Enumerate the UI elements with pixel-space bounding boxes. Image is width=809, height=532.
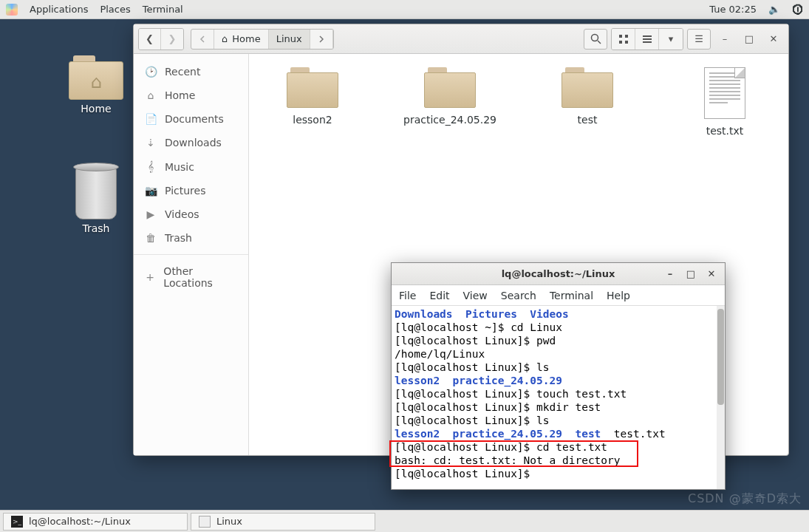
task-terminal[interactable]: >_ lq@localhost:~/Linux — [3, 513, 188, 531]
power-icon[interactable]: ⏼ — [792, 3, 803, 16]
svg-rect-3 — [625, 35, 628, 38]
sidebar-item-recent[interactable]: 🕑Recent — [134, 60, 248, 83]
sidebar-item-pictures[interactable]: 📷Pictures — [134, 179, 248, 202]
term-menu-view[interactable]: View — [463, 290, 488, 301]
terminal-titlebar[interactable]: lq@localhost:~/Linux – □ ✕ — [392, 263, 725, 285]
music-icon: 𝄞 — [144, 160, 157, 173]
menu-places[interactable]: Places — [100, 4, 130, 15]
folder-item[interactable]: lesson2 — [268, 67, 357, 126]
bottom-taskbar: >_ lq@localhost:~/Linux Linux — [0, 510, 809, 532]
term-menu-help[interactable]: Help — [607, 290, 630, 301]
top-panel: Applications Places Terminal Tue 02:25 🔈… — [0, 0, 809, 19]
terminal-minimize-button[interactable]: – — [660, 266, 680, 282]
clock-icon: 🕑 — [144, 66, 157, 78]
folder-item[interactable]: test — [543, 67, 632, 126]
path-next[interactable] — [310, 30, 333, 49]
terminal-output: Downloads Pictures Videos [lq@localhost … — [395, 307, 720, 480]
download-icon: ⇣ — [144, 137, 157, 149]
watermark: CSDN @蒙奇D索大 — [688, 491, 802, 507]
terminal-body[interactable]: Downloads Pictures Videos [lq@localhost … — [392, 306, 725, 489]
plus-icon: + — [144, 271, 156, 283]
videos-icon: ▶ — [144, 208, 157, 220]
maximize-button[interactable]: □ — [739, 29, 759, 50]
svg-rect-4 — [619, 41, 622, 44]
hamburger-button[interactable]: ☰ — [687, 29, 711, 50]
pictures-icon: 📷 — [144, 185, 157, 197]
term-menu-edit[interactable]: Edit — [429, 290, 449, 301]
sidebar-item-documents[interactable]: 📄Documents — [134, 107, 248, 131]
forward-button[interactable]: ❯ — [161, 29, 183, 50]
task-files[interactable]: Linux — [191, 513, 375, 531]
terminal-close-button[interactable]: ✕ — [701, 266, 722, 282]
svg-rect-5 — [625, 41, 628, 44]
svg-rect-6 — [643, 35, 652, 37]
path-current[interactable]: Linux — [269, 30, 310, 49]
back-button[interactable]: ❮ — [139, 29, 161, 50]
files-sidebar: 🕑Recent ⌂Home 📄Documents ⇣Downloads 𝄞Mus… — [134, 54, 249, 455]
desktop-home-icon[interactable]: ⌂ Home — [52, 55, 140, 115]
menu-applications[interactable]: Applications — [30, 4, 88, 15]
terminal-maximize-button[interactable]: □ — [680, 266, 701, 282]
files-header: ❮ ❯ ⌂Home Linux ▾ ☰ – □ ✕ — [134, 24, 788, 54]
desktop-trash-label: Trash — [52, 222, 140, 234]
terminal-title: lq@localhost:~/Linux — [502, 268, 615, 279]
svg-rect-8 — [643, 41, 652, 43]
icon-view-button[interactable] — [612, 29, 635, 50]
sidebar-item-videos[interactable]: ▶Videos — [134, 202, 248, 226]
terminal-icon: >_ — [11, 516, 23, 528]
term-menu-terminal[interactable]: Terminal — [550, 290, 593, 301]
term-menu-file[interactable]: File — [399, 290, 416, 301]
volume-icon[interactable]: 🔈 — [768, 4, 780, 15]
sidebar-item-music[interactable]: 𝄞Music — [134, 154, 248, 179]
term-menu-search[interactable]: Search — [501, 290, 536, 301]
sidebar-item-downloads[interactable]: ⇣Downloads — [134, 131, 248, 154]
path-prev[interactable] — [191, 30, 214, 49]
terminal-menubar: File Edit View Search Terminal Help — [392, 285, 725, 306]
search-button[interactable] — [584, 29, 607, 50]
home-icon: ⌂ — [144, 89, 157, 101]
menu-terminal[interactable]: Terminal — [143, 4, 183, 15]
sidebar-item-home[interactable]: ⌂Home — [134, 83, 248, 107]
list-view-button[interactable] — [635, 29, 659, 50]
folder-item[interactable]: practice_24.05.29 — [406, 67, 494, 126]
minimize-button[interactable]: – — [714, 29, 735, 50]
file-item[interactable]: test.txt — [680, 67, 769, 137]
close-button[interactable]: ✕ — [763, 29, 784, 50]
terminal-window: lq@localhost:~/Linux – □ ✕ File Edit Vie… — [391, 262, 726, 490]
files-icon — [199, 516, 211, 528]
svg-line-1 — [598, 41, 601, 44]
desktop-home-label: Home — [52, 103, 140, 115]
documents-icon: 📄 — [144, 113, 157, 125]
sidebar-item-trash[interactable]: 🗑Trash — [134, 226, 248, 250]
path-home[interactable]: ⌂Home — [214, 30, 269, 49]
view-more-button[interactable]: ▾ — [659, 29, 683, 50]
clock[interactable]: Tue 02:25 — [709, 4, 757, 15]
home-icon: ⌂ — [222, 33, 228, 44]
path-bar[interactable]: ⌂Home Linux — [191, 29, 334, 50]
svg-rect-7 — [643, 38, 652, 40]
trash-icon: 🗑 — [144, 232, 157, 244]
terminal-scrollbar[interactable] — [717, 306, 725, 489]
svg-point-0 — [591, 35, 598, 41]
desktop-trash-icon[interactable]: Trash — [52, 166, 140, 234]
activities-icon[interactable] — [6, 4, 18, 16]
sidebar-item-other[interactable]: +Other Locations — [134, 259, 248, 295]
svg-rect-2 — [619, 35, 622, 38]
